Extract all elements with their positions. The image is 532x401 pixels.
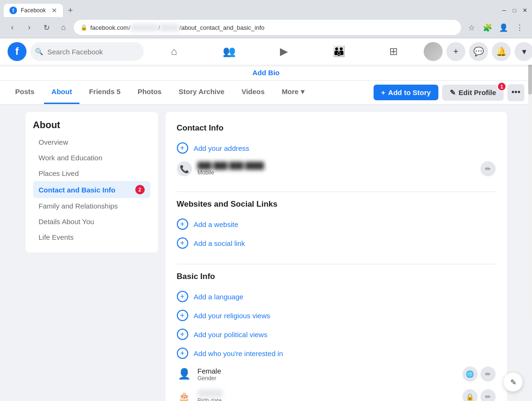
account-menu-btn[interactable]: ▾ xyxy=(515,42,532,61)
about-content: Contact Info + Add your address 📞 ███ ██… xyxy=(166,112,507,401)
divider-1 xyxy=(177,192,496,192)
add-political-icon[interactable]: + xyxy=(177,329,188,340)
birthdate-edit-btn[interactable]: ✏ xyxy=(480,389,496,401)
add-religious-link[interactable]: Add your religious views xyxy=(194,312,270,320)
sidebar-title: About xyxy=(33,120,150,131)
extensions-icon[interactable]: 🧩 xyxy=(481,21,494,34)
subnav-more[interactable]: More ▾ xyxy=(274,81,312,104)
refresh-button[interactable]: ↻ xyxy=(40,21,53,34)
phone-label: Mobile xyxy=(198,169,264,176)
fb-logo[interactable]: f xyxy=(8,42,26,61)
phone-info: ███ ███ ███ ████ Mobile xyxy=(198,162,264,176)
phone-edit-btn[interactable]: ✏ xyxy=(480,161,496,176)
user-avatar[interactable] xyxy=(424,42,443,61)
add-website-icon[interactable]: + xyxy=(177,218,188,230)
scrollbar-track xyxy=(528,38,532,322)
divider-2 xyxy=(177,264,496,264)
profile-icon[interactable]: 👤 xyxy=(497,21,510,34)
add-bio-bar: Add Bio xyxy=(0,65,532,81)
address-url: facebook.com/██████/████/about_contact_a… xyxy=(90,24,264,31)
contact-info-title: Contact Info xyxy=(177,123,496,133)
edit-pencil-icon: ✎ xyxy=(450,88,456,97)
add-religious-icon[interactable]: + xyxy=(177,310,188,321)
phone-row: 📞 ███ ███ ███ ████ Mobile ✏ xyxy=(177,157,496,180)
gender-globe-btn[interactable]: 🌐 xyxy=(462,366,478,382)
add-interested-icon[interactable]: + xyxy=(177,348,188,359)
sidebar-item-life-events[interactable]: Life Events xyxy=(33,229,150,245)
nav-groups-btn[interactable]: 👪 xyxy=(312,40,365,63)
lock-icon: 🔒 xyxy=(80,24,87,31)
basic-info-section: Basic Info + Add a language + Add your r… xyxy=(177,272,496,401)
new-tab-button[interactable]: + xyxy=(65,5,76,16)
win-close-btn[interactable]: ✕ xyxy=(522,7,528,14)
add-language-link[interactable]: Add a language xyxy=(194,293,244,301)
birthdate-blurred-wrap: ██ ███ xyxy=(198,390,223,397)
subnav-posts[interactable]: Posts xyxy=(8,81,42,104)
messenger-btn[interactable]: 💬 xyxy=(469,42,488,61)
sidebar-item-overview[interactable]: Overview xyxy=(33,134,150,150)
gender-edit-btn[interactable]: ✏ xyxy=(480,366,496,382)
websites-section: Websites and Social Links + Add a websit… xyxy=(177,200,496,253)
add-address-icon[interactable]: + xyxy=(177,142,188,154)
subnav-photos[interactable]: Photos xyxy=(130,81,169,104)
add-interested-link[interactable]: Add who you're interested in xyxy=(194,349,283,357)
notifications-btn[interactable]: 🔔 xyxy=(492,42,511,61)
add-website-row: + Add a website xyxy=(177,215,496,234)
nav-people-btn[interactable]: 👥 xyxy=(202,40,255,63)
add-language-icon[interactable]: + xyxy=(177,291,188,302)
add-social-link[interactable]: Add a social link xyxy=(194,239,245,247)
add-bio-link[interactable]: Add Bio xyxy=(253,69,280,77)
add-btn[interactable]: + xyxy=(446,42,465,61)
tab-favicon: f xyxy=(9,7,17,14)
gender-row: 👤 Female Gender 🌐 ✏ xyxy=(177,363,496,385)
edit-profile-badge: 1 xyxy=(497,82,506,91)
birthdate-value: ██ ███ xyxy=(198,390,223,397)
add-website-link[interactable]: Add a website xyxy=(194,220,238,228)
edit-profile-button[interactable]: ✎ Edit Profile 1 xyxy=(442,85,504,101)
sidebar-item-details[interactable]: Details About You xyxy=(33,214,150,229)
contact-badge: 2 xyxy=(135,185,145,194)
win-maximize-btn[interactable]: □ xyxy=(511,7,518,14)
nav-gaming-btn[interactable]: ⊞ xyxy=(367,40,420,63)
gender-value: Female xyxy=(198,367,221,375)
browser-tab[interactable]: f Facebook ✕ xyxy=(4,4,63,17)
birthdate-actions: 🔒 ✏ xyxy=(462,389,496,401)
add-address-link[interactable]: Add your address xyxy=(194,144,250,152)
bookmark-icon[interactable]: ☆ xyxy=(465,21,478,34)
phone-icon: 📞 xyxy=(177,161,192,176)
birthdate-row: 🎂 ██ ███ Birth date 🔒 ✏ xyxy=(177,385,496,401)
websites-title: Websites and Social Links xyxy=(177,200,496,209)
back-button[interactable]: ‹ xyxy=(6,21,19,34)
nav-video-btn[interactable]: ▶ xyxy=(257,40,310,63)
address-bar[interactable]: 🔒 facebook.com/██████/████/about_contact… xyxy=(74,20,461,35)
birthdate-lock-btn[interactable]: 🔒 xyxy=(462,389,478,401)
add-interested-row: + Add who you're interested in xyxy=(177,344,496,363)
forward-button[interactable]: › xyxy=(23,21,36,34)
floating-edit-btn[interactable]: ✎ xyxy=(504,373,523,392)
search-input[interactable] xyxy=(30,42,144,61)
fb-header: f 🔍 ⌂ 👥 ▶ 👪 ⊞ + 💬 🔔 ▾ xyxy=(0,38,532,65)
browser-menu-icon[interactable]: ⋮ xyxy=(513,21,526,34)
about-sidebar: About Overview Work and Education Places… xyxy=(26,112,158,253)
add-social-icon[interactable]: + xyxy=(177,237,188,249)
subnav-videos[interactable]: Videos xyxy=(234,81,272,104)
home-button[interactable]: ⌂ xyxy=(57,21,70,34)
add-to-story-button[interactable]: + Add to Story xyxy=(374,85,438,100)
nav-home-btn[interactable]: ⌂ xyxy=(148,40,201,63)
profile-more-button[interactable]: ••• xyxy=(507,84,524,101)
gender-info: Female Gender xyxy=(198,367,221,382)
contact-info-section: Contact Info + Add your address 📞 ███ ██… xyxy=(177,123,496,180)
add-political-link[interactable]: Add your political views xyxy=(194,331,268,339)
subnav-story-archive[interactable]: Story Archive xyxy=(171,81,232,104)
subnav-left: Posts About Friends 5 Photos Story Archi… xyxy=(8,81,312,104)
sidebar-item-family[interactable]: Family and Relationships xyxy=(33,198,150,214)
birthdate-label: Birth date xyxy=(198,397,223,401)
sidebar-item-contact[interactable]: Contact and Basic Info 2 xyxy=(33,181,150,198)
tab-close-btn[interactable]: ✕ xyxy=(52,7,57,14)
sidebar-item-work[interactable]: Work and Education xyxy=(33,150,150,166)
subnav-about[interactable]: About xyxy=(44,81,79,104)
subnav-friends[interactable]: Friends 5 xyxy=(81,81,128,104)
sidebar-item-places[interactable]: Places Lived xyxy=(33,166,150,181)
win-minimize-btn[interactable]: ─ xyxy=(501,7,507,14)
add-political-row: + Add your political views xyxy=(177,325,496,344)
